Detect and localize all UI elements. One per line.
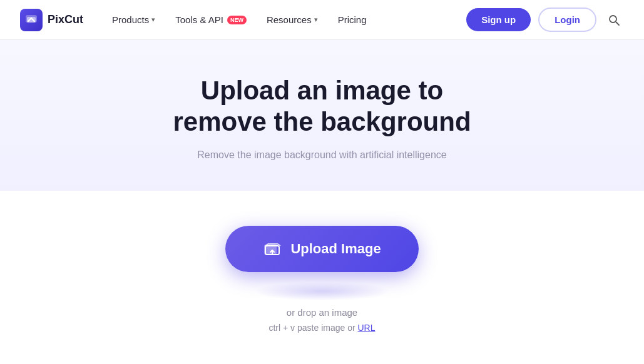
url-link[interactable]: URL [358,323,376,333]
login-button[interactable]: Login [538,8,596,32]
upload-btn-wrapper: Upload Image [225,226,418,290]
hero-section: Upload an image to remove the background… [0,40,644,191]
logo-icon [20,9,43,31]
signup-button[interactable]: Sign up [466,8,531,31]
search-button[interactable] [604,10,624,30]
upload-icon [263,240,282,258]
chevron-down-icon: ▾ [151,16,155,24]
drop-text: or drop an image [287,307,357,318]
nav-actions: Sign up Login [466,8,624,32]
navbar: PixCut Products ▾ Tools & API NEW Resour… [0,0,644,40]
nav-products[interactable]: Products ▾ [103,9,164,30]
paste-text: ctrl + v paste image or URL [268,323,375,333]
nav-tools-api[interactable]: Tools & API NEW [166,9,255,30]
hero-title: Upload an image to remove the background [25,75,619,138]
new-badge: NEW [227,16,247,24]
hero-subtitle: Remove the image background with artific… [25,149,619,161]
chevron-down-icon: ▾ [314,16,318,24]
logo-text: PixCut [48,13,83,26]
nav-resources[interactable]: Resources ▾ [258,9,327,30]
logo[interactable]: PixCut [20,9,83,31]
upload-image-button[interactable]: Upload Image [225,226,418,272]
upload-section: Upload Image or drop an image ctrl + v p… [0,191,644,358]
svg-point-2 [610,16,616,23]
nav-links: Products ▾ Tools & API NEW Resources ▾ P… [103,9,466,30]
nav-pricing[interactable]: Pricing [329,9,376,30]
search-icon [608,14,620,26]
